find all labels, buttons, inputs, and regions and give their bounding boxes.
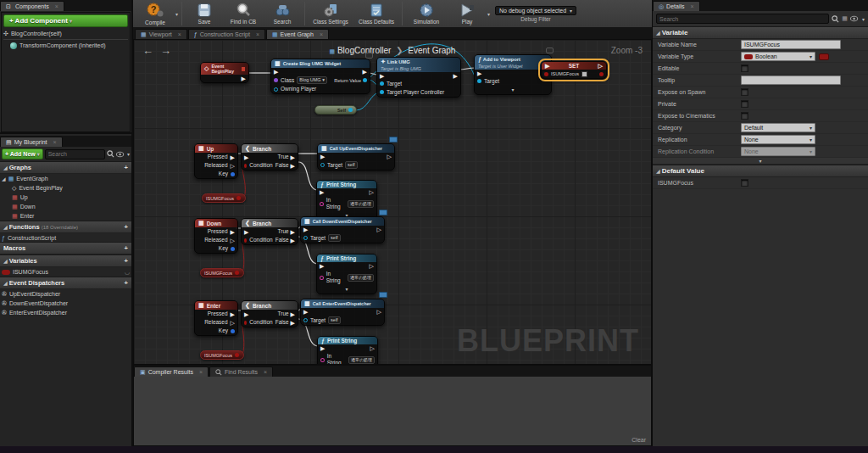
- tab-construction-script[interactable]: ƒ Construction Script ×: [188, 29, 265, 39]
- exec-out-pin[interactable]: ▷: [387, 154, 392, 159]
- exec-in-pin[interactable]: ▶: [380, 73, 384, 79]
- condition-pin[interactable]: [244, 164, 247, 168]
- condition-pin[interactable]: [244, 238, 247, 243]
- play-button[interactable]: Play: [448, 1, 486, 27]
- string-literal-chip[interactable]: 通常の処理: [348, 200, 374, 208]
- node-call-enterdispatcher[interactable]: ▦ Call EnterEventDispatcher ▶ ▷ Target s…: [300, 299, 385, 326]
- exec-out-pin[interactable]: ▶: [453, 73, 458, 79]
- false-pin[interactable]: ▶: [291, 163, 295, 169]
- in-string-pin[interactable]: [320, 276, 324, 280]
- exec-out-pin[interactable]: ▷: [377, 226, 381, 232]
- key-pin[interactable]: [231, 172, 235, 176]
- expose-to-cinematics-checkbox[interactable]: [741, 112, 748, 120]
- exec-in-pin[interactable]: ▶: [320, 189, 324, 195]
- bool-out-pin[interactable]: [236, 196, 241, 200]
- node-event-down[interactable]: ▦ Down Pressed▶ Released▷ Key: [194, 218, 238, 254]
- compile-button[interactable]: ? Compile: [136, 1, 174, 27]
- section-expander[interactable]: ▾: [653, 158, 868, 165]
- category-dropdown[interactable]: Default▾: [741, 123, 815, 132]
- node-call-downdispatcher[interactable]: ▦ Call DownEventDispatcher ▶ ▷ Target se…: [300, 216, 385, 243]
- dispatchers-section-header[interactable]: ◢ Event Dispatchers +: [0, 277, 131, 289]
- target-player-controller-pin[interactable]: [380, 90, 384, 94]
- class-settings-button[interactable]: Class Settings: [309, 1, 353, 27]
- node-getter-isumgfocus[interactable]: ISUMGFocus: [202, 193, 246, 203]
- graphs-section-header[interactable]: ◢ Graphs +: [0, 161, 131, 174]
- close-icon[interactable]: ×: [256, 31, 259, 37]
- exec-in-pin[interactable]: ▶: [477, 70, 481, 76]
- return-value-pin[interactable]: [363, 78, 367, 82]
- string-literal-chip[interactable]: 通常の処理: [348, 274, 374, 282]
- compile-options-chevron[interactable]: ▾: [175, 11, 178, 17]
- true-pin[interactable]: ▶: [291, 154, 295, 160]
- default-isumgfocus-checkbox[interactable]: [741, 179, 748, 187]
- self-out-pin[interactable]: [348, 108, 353, 112]
- node-getter-isumgfocus[interactable]: ISUMGFocus: [200, 268, 244, 277]
- add-graph-icon[interactable]: +: [125, 164, 128, 171]
- tree-item-event-down[interactable]: ▦ Down: [0, 202, 131, 211]
- target-pin[interactable]: [303, 236, 308, 240]
- property-matrix-icon[interactable]: ▦: [842, 15, 848, 22]
- tab-viewport[interactable]: ▦ Viewport ×: [135, 29, 187, 39]
- exec-out-pin[interactable]: ▷: [598, 63, 603, 69]
- exec-in-pin[interactable]: ▶: [244, 154, 248, 160]
- expose-on-spawn-checkbox[interactable]: [741, 88, 748, 96]
- node-print-string-enter[interactable]: ƒ Print String ▶ ▷ In String 通常の処理 ▾: [317, 336, 378, 365]
- true-pin[interactable]: ▶: [291, 311, 295, 317]
- macros-section-header[interactable]: Macros +: [0, 242, 131, 254]
- pressed-pin[interactable]: ▶: [231, 154, 235, 160]
- play-options-chevron[interactable]: ▾: [487, 11, 490, 17]
- chevron-down-icon[interactable]: ▾: [127, 151, 130, 157]
- exec-in-pin[interactable]: ▶: [244, 311, 248, 317]
- node-event-beginplay[interactable]: ◇ Event BeginPlay ▶: [200, 62, 249, 83]
- close-icon[interactable]: ×: [55, 3, 58, 9]
- node-create-widget[interactable]: ▦ Create Blog UMG Widget ▶ ▶ Class Blog …: [270, 59, 370, 94]
- find-in-cb-button[interactable]: Find in CB: [225, 1, 262, 27]
- released-pin[interactable]: ▷: [231, 238, 235, 243]
- add-new-button[interactable]: + Add New ▾: [2, 148, 43, 159]
- breadcrumb-current[interactable]: Event Graph: [408, 46, 455, 55]
- node-event-up[interactable]: ▦ Up Pressed▶ Released▷ Key: [194, 143, 238, 179]
- bool-out-pin[interactable]: [235, 353, 239, 357]
- comment-bubble-icon[interactable]: [365, 53, 373, 59]
- exec-in-pin[interactable]: ▶: [545, 63, 549, 69]
- string-literal-chip[interactable]: 通常の処理: [348, 356, 375, 364]
- breadcrumb-root[interactable]: BlogController: [337, 46, 391, 55]
- node-print-string-down[interactable]: ƒ Print String ▶ ▷ In String 通常の処理 ▾: [316, 254, 377, 294]
- node-set-isumgfocus[interactable]: ▶ SET ▷ ISUMGFocus: [541, 61, 607, 79]
- variable-name-field[interactable]: ISUMGFocus: [741, 40, 841, 49]
- exec-in-pin[interactable]: ▶: [244, 229, 248, 235]
- exec-in-pin[interactable]: ▶: [320, 345, 325, 351]
- exec-out-pin[interactable]: ▷: [370, 189, 374, 195]
- close-icon[interactable]: ×: [320, 31, 323, 37]
- add-dispatcher-icon[interactable]: +: [125, 279, 128, 287]
- exec-in-pin[interactable]: ▶: [303, 226, 308, 232]
- expand-node-chevron[interactable]: ▾: [345, 286, 348, 293]
- variable-section-header[interactable]: ◢ Variable: [653, 26, 868, 39]
- tab-details[interactable]: ◎ Details ×: [653, 1, 700, 11]
- editable-checkbox[interactable]: [741, 64, 748, 72]
- key-pin[interactable]: [231, 329, 235, 333]
- functions-section-header[interactable]: ◢ Functions (18 Overridable) +: [0, 221, 131, 233]
- variables-section-header[interactable]: ◢ Variables +: [0, 254, 131, 267]
- node-getter-isumgfocus[interactable]: ISUMGFocus: [200, 350, 244, 360]
- comment-bubble-icon[interactable]: [546, 48, 554, 53]
- pressed-pin[interactable]: ▶: [231, 311, 235, 317]
- tree-item-entereventdispatcher[interactable]: ✇ EnterEventDispatcher: [0, 308, 131, 317]
- class-defaults-button[interactable]: Class Defaults: [354, 1, 398, 27]
- target-pin[interactable]: [303, 318, 308, 322]
- node-link-umg[interactable]: ✦ Link UMG Target is Blog UMG ▶ ▶ Target…: [376, 57, 461, 98]
- exec-out-pin[interactable]: ▷: [370, 263, 374, 269]
- tooltip-field[interactable]: [741, 76, 841, 85]
- key-pin[interactable]: [231, 247, 235, 251]
- tree-item-event-enter[interactable]: ▦ Enter: [0, 211, 131, 221]
- simulation-button[interactable]: Simulation: [406, 1, 447, 27]
- add-variable-icon[interactable]: +: [125, 257, 128, 265]
- eye-closed-icon[interactable]: ◡: [125, 269, 130, 276]
- owning-player-pin[interactable]: [274, 87, 278, 92]
- node-call-updispatcher[interactable]: ▦ Call UpEventDispatcher ▶ ▷ Target self: [317, 143, 395, 171]
- details-search-input[interactable]: [656, 14, 829, 24]
- exec-out-pin[interactable]: ▶: [242, 76, 246, 81]
- save-button[interactable]: Save: [186, 1, 223, 27]
- target-pin[interactable]: [380, 81, 384, 86]
- close-icon[interactable]: ×: [691, 3, 694, 9]
